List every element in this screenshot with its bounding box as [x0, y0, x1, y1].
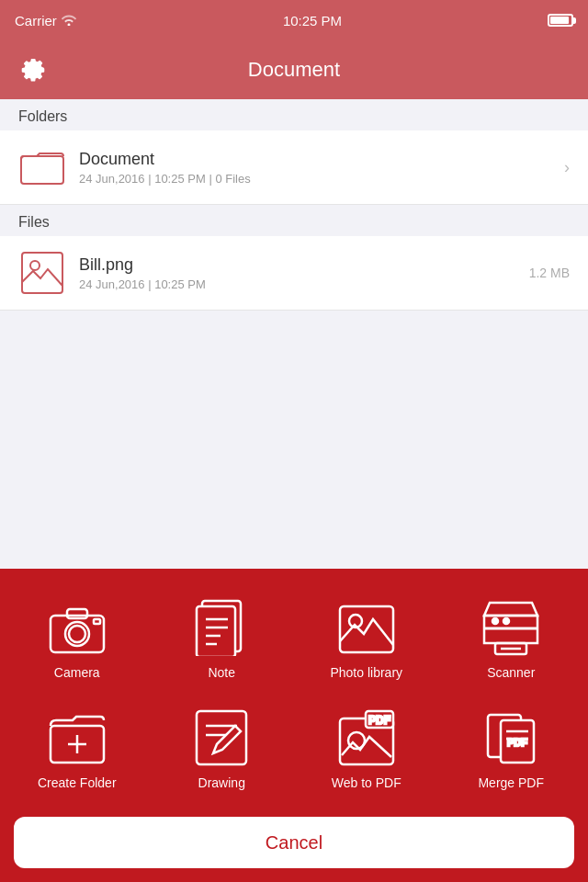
files-list: Bill.png 24 Jun,2016 | 10:25 PM 1.2 MB — [0, 236, 588, 311]
file-item-meta: 24 Jun,2016 | 10:25 PM — [79, 277, 529, 291]
create-folder-label: Create Folder — [38, 775, 117, 791]
scanner-label: Scanner — [487, 665, 535, 681]
drawing-label: Drawing — [198, 775, 245, 791]
web-to-pdf-icon: PDF — [338, 709, 395, 766]
cancel-button[interactable]: Cancel — [14, 817, 574, 868]
web-to-pdf-label: Web to PDF — [332, 775, 401, 791]
merge-pdf-action[interactable]: PDF Merge PDF — [444, 697, 580, 798]
folders-header: Folders — [0, 99, 588, 130]
svg-point-20 — [492, 618, 498, 624]
battery-icon — [548, 14, 573, 27]
svg-point-2 — [30, 261, 40, 270]
image-icon — [18, 249, 66, 297]
merge-pdf-label: Merge PDF — [478, 775, 544, 791]
camera-action[interactable]: Camera — [9, 587, 145, 688]
status-bar: Carrier 10:25 PM — [0, 0, 588, 40]
create-folder-action[interactable]: Create Folder — [9, 697, 145, 798]
folder-item-name: Document — [79, 150, 555, 169]
camera-label: Camera — [54, 665, 100, 681]
folder-item-meta: 24 Jun,2016 | 10:25 PM | 0 Files — [79, 172, 555, 186]
carrier-label: Carrier — [15, 13, 77, 28]
photo-library-icon — [338, 599, 395, 656]
files-section: Files Bill.png 24 Jun,2016 | 10:25 PM 1.… — [0, 205, 588, 311]
scanner-action[interactable]: Scanner — [444, 587, 580, 688]
folders-list: Document 24 Jun,2016 | 10:25 PM | 0 File… — [0, 130, 588, 205]
chevron-right-icon: › — [564, 158, 570, 177]
file-item-bill[interactable]: Bill.png 24 Jun,2016 | 10:25 PM 1.2 MB — [0, 236, 588, 311]
create-folder-icon — [49, 715, 106, 766]
svg-rect-0 — [21, 156, 63, 184]
svg-rect-1 — [22, 253, 62, 293]
note-action[interactable]: Note — [154, 587, 290, 688]
photo-library-action[interactable]: Photo library — [299, 587, 435, 688]
file-item-info: Bill.png 24 Jun,2016 | 10:25 PM — [79, 255, 529, 291]
svg-rect-6 — [67, 609, 87, 618]
svg-rect-7 — [94, 619, 100, 624]
svg-point-5 — [69, 626, 85, 642]
note-label: Note — [208, 665, 235, 681]
folder-icon — [18, 143, 66, 191]
svg-text:PDF: PDF — [368, 714, 390, 727]
action-panel: Camera Note — [0, 569, 588, 882]
file-item-name: Bill.png — [79, 255, 529, 275]
drawing-icon — [195, 709, 248, 766]
svg-rect-9 — [197, 606, 235, 656]
nav-bar: Document — [0, 40, 588, 99]
wifi-icon — [61, 13, 77, 28]
settings-button[interactable] — [18, 54, 48, 86]
action-grid: Camera Note — [0, 569, 588, 808]
folders-section: Folders Document 24 Jun,2016 | 10:25 PM … — [0, 99, 588, 205]
scanner-icon — [482, 599, 539, 656]
merge-pdf-icon: PDF — [482, 709, 539, 766]
svg-point-21 — [503, 618, 509, 624]
page-title: Document — [248, 58, 340, 82]
file-item-size: 1.2 MB — [529, 266, 570, 280]
drawing-action[interactable]: Drawing — [154, 697, 290, 798]
web-to-pdf-action[interactable]: PDF Web to PDF — [299, 697, 435, 798]
note-icon — [195, 599, 248, 656]
photo-library-label: Photo library — [330, 665, 402, 681]
gear-icon — [18, 54, 48, 84]
folder-item-document[interactable]: Document 24 Jun,2016 | 10:25 PM | 0 File… — [0, 130, 588, 205]
folder-item-info: Document 24 Jun,2016 | 10:25 PM | 0 File… — [79, 150, 555, 186]
camera-icon — [49, 605, 106, 656]
files-header: Files — [0, 205, 588, 236]
svg-rect-25 — [197, 711, 246, 764]
time-label: 10:25 PM — [283, 13, 342, 28]
